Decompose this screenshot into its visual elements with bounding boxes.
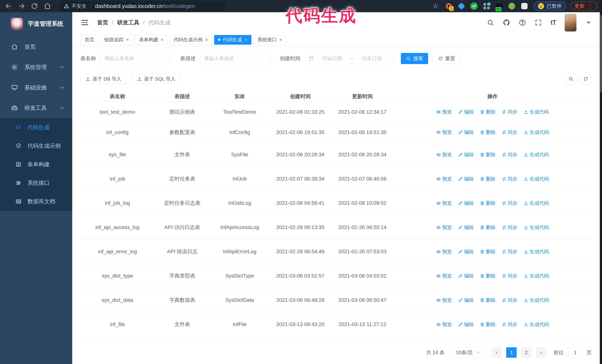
action-生成代码[interactable]: 生成代码 (524, 176, 549, 182)
action-同步[interactable]: 同步 (502, 176, 517, 182)
action-同步[interactable]: 同步 (502, 151, 517, 158)
action-编辑[interactable]: 编辑 (458, 224, 474, 231)
action-预览[interactable]: 预览 (436, 176, 452, 182)
app-logo[interactable]: 芋道管理系统 (0, 12, 72, 34)
action-预览[interactable]: 预览 (436, 151, 452, 158)
action-生成代码[interactable]: 生成代码 (524, 273, 549, 279)
paused-badge[interactable]: 已暂停 (534, 2, 566, 10)
font-size-icon[interactable]: tT (550, 19, 556, 26)
action-删除[interactable]: 删除 (480, 273, 495, 279)
action-预览[interactable]: 预览 (436, 321, 452, 328)
tab-close-icon[interactable]: × (279, 37, 282, 42)
back-icon[interactable] (5, 2, 12, 10)
github-icon[interactable] (503, 19, 510, 26)
tab-close-icon[interactable]: × (245, 37, 247, 42)
action-同步[interactable]: 同步 (502, 200, 517, 207)
breadcrumb-item[interactable]: 首页 (97, 19, 108, 26)
avatar[interactable] (565, 14, 576, 31)
action-编辑[interactable]: 编辑 (458, 129, 474, 135)
tab-系统接口[interactable]: 系统接口× (254, 35, 286, 45)
tab-首页[interactable]: 首页 (81, 35, 98, 45)
date-range-picker[interactable]: 开始日期 - 结束日期 (305, 53, 393, 64)
action-编辑[interactable]: 编辑 (458, 200, 474, 207)
bookmark-star-icon[interactable]: ☆ (432, 2, 439, 10)
action-删除[interactable]: 删除 (480, 109, 495, 115)
breadcrumb-item[interactable]: 研发工具 (117, 19, 139, 26)
extensions-puzzle-icon[interactable] (520, 2, 528, 10)
action-生成代码[interactable]: 生成代码 (524, 224, 549, 231)
extension-grid-icon[interactable] (483, 2, 491, 10)
action-预览[interactable]: 预览 (436, 200, 452, 207)
action-生成代码[interactable]: 生成代码 (524, 109, 549, 115)
action-生成代码[interactable]: 生成代码 (524, 297, 549, 303)
action-生成代码[interactable]: 生成代码 (524, 129, 549, 135)
address-bar[interactable]: 不安全 dashboard.yudao.iocoder.cn /tool/cod… (59, 1, 226, 11)
tab-close-icon[interactable]: × (126, 37, 129, 42)
sidebar-item-基础设施[interactable]: 基础设施 (0, 77, 72, 98)
goto-page-input[interactable]: 1 (568, 347, 582, 358)
action-删除[interactable]: 删除 (480, 151, 495, 158)
extension-dark-icon[interactable]: on (495, 2, 503, 10)
page-size-select[interactable]: 10条/页 (449, 347, 487, 358)
action-同步[interactable]: 同步 (502, 224, 517, 231)
search-button[interactable]: 搜索 (401, 53, 428, 64)
help-icon[interactable] (519, 19, 526, 26)
fullscreen-icon[interactable] (535, 19, 542, 26)
sidebar-subitem-表单构建[interactable]: 表单构建 (0, 155, 72, 174)
avatar-caret-down-icon[interactable] (585, 19, 592, 26)
action-编辑[interactable]: 编辑 (458, 151, 474, 158)
action-删除[interactable]: 删除 (480, 176, 495, 182)
action-编辑[interactable]: 编辑 (458, 297, 474, 303)
action-删除[interactable]: 删除 (480, 224, 495, 231)
action-预览[interactable]: 预览 (436, 273, 452, 279)
action-预览[interactable]: 预览 (436, 129, 452, 135)
search-icon[interactable] (487, 19, 494, 26)
action-删除[interactable]: 删除 (480, 129, 495, 135)
action-同步[interactable]: 同步 (502, 249, 517, 255)
action-删除[interactable]: 删除 (480, 249, 495, 255)
prev-page-button[interactable]: ‹ (491, 347, 502, 358)
action-生成代码[interactable]: 生成代码 (524, 249, 549, 255)
sidebar-subitem-系统接口[interactable]: 系统接口 (0, 174, 72, 192)
tab-close-icon[interactable]: × (205, 37, 208, 42)
tab-代码生成[interactable]: 代码生成× (214, 35, 251, 45)
tab-链路追踪[interactable]: 链路追踪× (100, 35, 133, 45)
table-name-input[interactable]: 请输入表名称 (100, 53, 171, 64)
action-编辑[interactable]: 编辑 (458, 176, 474, 182)
action-预览[interactable]: 预览 (436, 297, 452, 303)
collapse-sidebar-icon[interactable] (81, 19, 89, 27)
extension-check-icon[interactable] (470, 2, 478, 10)
action-编辑[interactable]: 编辑 (458, 249, 474, 255)
extension-gem-icon[interactable] (457, 2, 465, 10)
action-同步[interactable]: 同步 (502, 273, 517, 279)
action-预览[interactable]: 预览 (436, 249, 452, 255)
action-编辑[interactable]: 编辑 (458, 109, 474, 115)
action-同步[interactable]: 同步 (502, 109, 517, 115)
tab-表单构建[interactable]: 表单构建× (135, 35, 167, 45)
action-生成代码[interactable]: 生成代码 (524, 321, 549, 328)
sidebar-item-系统管理[interactable]: 系统管理 (0, 57, 72, 77)
sidebar-item-研发工具[interactable]: 研发工具 (0, 98, 72, 118)
action-删除[interactable]: 删除 (480, 200, 495, 207)
window-scrollbar[interactable] (600, 0, 602, 364)
sidebar-subitem-代码生成示例[interactable]: 代码生成示例 (0, 137, 72, 155)
page-button-1[interactable]: 1 (506, 347, 516, 358)
reload-icon[interactable] (31, 2, 38, 10)
action-编辑[interactable]: 编辑 (458, 273, 474, 279)
import-db-button[interactable]: 基于 DB 导入 (80, 74, 126, 84)
browser-home-icon[interactable] (44, 2, 51, 10)
sidebar-subitem-数据库文档[interactable]: 数据库文档 (0, 192, 72, 211)
toggle-search-button[interactable] (565, 73, 577, 85)
action-删除[interactable]: 删除 (480, 297, 495, 303)
action-生成代码[interactable]: 生成代码 (524, 200, 549, 207)
next-page-button[interactable]: › (536, 347, 546, 358)
action-同步[interactable]: 同步 (502, 129, 517, 135)
forward-icon[interactable] (18, 2, 25, 10)
refresh-table-button[interactable] (580, 73, 592, 85)
browser-menu-dots-icon[interactable]: ⋮ (588, 3, 593, 10)
tab-代码生成示例[interactable]: 代码生成示例× (170, 35, 212, 45)
sidebar-subitem-代码生成[interactable]: 代码生成 (0, 118, 72, 137)
action-生成代码[interactable]: 生成代码 (524, 151, 549, 158)
tab-close-icon[interactable]: × (161, 37, 163, 42)
page-button-2[interactable]: 2 (521, 347, 531, 358)
